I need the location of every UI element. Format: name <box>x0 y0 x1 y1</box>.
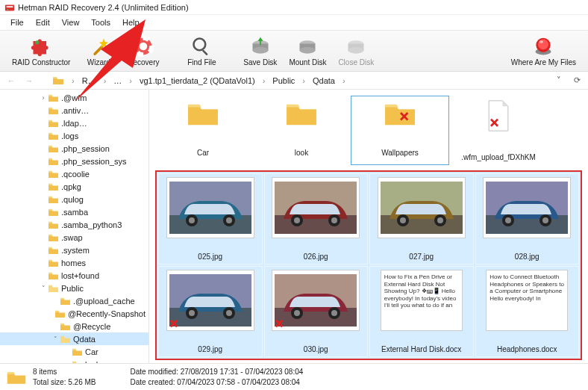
status-size: Total size: 5.26 MB <box>33 377 96 388</box>
image-thumbnail <box>272 177 360 238</box>
sidebar-item[interactable]: .qulog <box>0 193 148 205</box>
sidebar-item[interactable]: Car <box>0 345 148 358</box>
sidebar-item[interactable]: lost+found <box>0 269 148 282</box>
sidebar-item[interactable]: ˅Qdata <box>0 332 148 345</box>
file-name: 029.jpg <box>198 345 222 353</box>
window-title: Hetman RAID Recovery 2.4 (Unlimited Edit… <box>18 3 189 12</box>
folder-icon <box>52 75 64 87</box>
sidebar-item[interactable]: .ldap… <box>0 117 148 129</box>
save-disk-button[interactable]: Save Disk <box>237 34 283 68</box>
sidebar-item[interactable]: .antiv… <box>0 104 148 117</box>
folder-item[interactable]: Wallpapers <box>351 96 449 165</box>
sidebar-item[interactable]: .samba <box>0 205 148 218</box>
svg-point-41 <box>294 217 300 223</box>
crumb-4[interactable]: Qdata <box>310 76 338 85</box>
sidebar-item[interactable]: @Recycle <box>0 320 148 332</box>
sidebar-item[interactable]: look <box>0 358 148 363</box>
sidebar-item-label: .php_session_sys <box>61 157 126 166</box>
crumb-0[interactable]: R… <box>79 76 99 85</box>
crumb-3[interactable]: Public <box>269 76 298 85</box>
sidebar-item[interactable]: homes <box>0 256 148 269</box>
svg-point-47 <box>400 217 406 223</box>
svg-point-37 <box>226 217 232 223</box>
folder-icon <box>72 359 83 363</box>
sidebar-item[interactable]: .system <box>0 244 148 256</box>
svg-point-3 <box>35 40 39 44</box>
sidebar-item[interactable]: @Recently-Snapshot <box>0 307 148 320</box>
crumb-2[interactable]: vg1.tp1_tierdata_2 (QDataVol1) <box>137 76 258 85</box>
file-item[interactable]: 030.jpg <box>264 266 369 357</box>
menu-tools[interactable]: Tools <box>85 16 116 28</box>
folder-name: .wfm_upload_fDXhKM <box>461 153 536 161</box>
address-bar: ← → › R… › … › vg1.tp1_tierdata_2 (QData… <box>0 72 588 90</box>
recovery-button[interactable]: Recovery <box>121 34 166 68</box>
sidebar-item[interactable]: ›.@wfm <box>0 91 148 104</box>
sidebar-item-label: Car <box>85 347 98 356</box>
twisty-icon[interactable]: ˅ <box>39 285 48 292</box>
svg-point-59 <box>189 310 195 316</box>
sidebar-item[interactable]: .qpkg <box>0 180 148 193</box>
menubar: File Edit View Tools Help <box>0 15 588 30</box>
sidebar-item-label: .@upload_cache <box>73 297 135 306</box>
twisty-icon[interactable]: › <box>39 94 48 102</box>
sidebar-item-label: .system <box>61 246 90 255</box>
sidebar-item[interactable]: .php_session <box>0 142 148 155</box>
file-item[interactable]: How to Fix a Pen Drive or External Hard … <box>369 266 474 357</box>
sidebar-item-label: .swap <box>61 233 83 242</box>
file-item[interactable]: How to Connect Bluetooth Headphones or S… <box>475 266 580 357</box>
image-thumbnail <box>166 270 254 331</box>
refresh-button[interactable]: ⟳ <box>570 74 584 87</box>
file-item[interactable]: 027.jpg <box>369 173 474 264</box>
svg-rect-1 <box>7 6 13 7</box>
sidebar-item[interactable]: .@upload_cache <box>0 294 148 307</box>
back-button: ← <box>4 74 18 87</box>
sidebar-item-label: .samba <box>61 208 88 217</box>
file-name: 026.jpg <box>304 253 328 261</box>
folder-icon <box>48 194 59 204</box>
dropdown-button[interactable]: ˅ <box>552 74 566 87</box>
crumb-1[interactable]: … <box>110 76 125 85</box>
sidebar-item[interactable]: .php_session_sys <box>0 155 148 167</box>
status-modified: Date modified: 27/08/2019 17:31 - 07/04/… <box>130 367 303 377</box>
raid-constructor-button[interactable]: RAID Constructor <box>6 34 76 68</box>
wizard-button[interactable]: Wizard <box>76 34 121 68</box>
svg-point-8 <box>140 42 148 50</box>
file-name: 030.jpg <box>304 345 328 353</box>
mount-disk-button[interactable]: Mount Disk <box>283 34 332 68</box>
sidebar-item[interactable]: .swap <box>0 231 148 244</box>
sidebar-item-label: .@wfm <box>61 93 87 102</box>
menu-help[interactable]: Help <box>116 16 146 28</box>
folder-icon <box>48 258 59 267</box>
sidebar-item[interactable]: ˅Public <box>0 282 148 294</box>
menu-view[interactable]: View <box>56 16 86 28</box>
where-are-my-files-button[interactable]: Where Are My Files <box>505 34 582 68</box>
folder-icon <box>48 207 59 217</box>
folder-item[interactable]: look <box>252 96 351 165</box>
sidebar-item-label: .samba_python3 <box>61 220 122 229</box>
wand-icon <box>88 36 109 57</box>
svg-point-69 <box>331 310 337 316</box>
sidebar-item[interactable]: .qcoolie <box>0 167 148 180</box>
sidebar-item[interactable]: .samba_python3 <box>0 218 148 231</box>
find-file-button[interactable]: Find File <box>179 34 224 68</box>
file-item[interactable]: 029.jpg <box>158 266 263 357</box>
content: CarlookWallpapers.wfm_upload_fDXhKM 025.… <box>149 90 588 363</box>
folder-item[interactable]: Car <box>154 96 252 165</box>
twisty-icon[interactable]: ˅ <box>51 335 60 343</box>
menu-edit[interactable]: Edit <box>30 16 56 28</box>
folder-icon <box>284 99 319 128</box>
sidebar-item-label: .antiv… <box>61 106 89 115</box>
folder-icon <box>383 99 417 128</box>
folder-icon <box>54 309 66 318</box>
menu-file[interactable]: File <box>4 16 30 28</box>
status-created: Date created: 07/04/2023 07:58 - 07/04/2… <box>130 377 303 388</box>
sidebar-item[interactable]: .logs <box>0 129 148 142</box>
file-item[interactable]: 028.jpg <box>475 173 580 264</box>
folder-icon <box>48 270 59 280</box>
folder-item[interactable]: .wfm_upload_fDXhKM <box>449 96 548 165</box>
svg-point-43 <box>331 217 337 223</box>
file-item[interactable]: 025.jpg <box>158 173 263 264</box>
folder-icon <box>48 131 59 140</box>
file-item[interactable]: 026.jpg <box>264 173 369 264</box>
folder-icon <box>48 232 59 242</box>
